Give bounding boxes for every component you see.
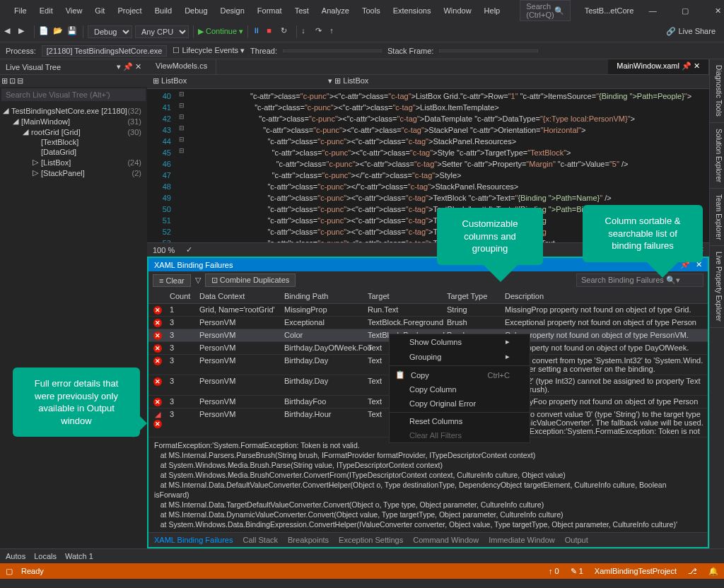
debug-tab[interactable]: Watch 1 xyxy=(65,552,93,560)
lifecycle-dropdown[interactable]: ☐ Lifecycle Events ▾ xyxy=(173,46,245,55)
restart-icon[interactable]: ↻ xyxy=(281,26,292,37)
menu-view[interactable]: View xyxy=(60,5,88,16)
step-into-icon[interactable]: ↓ xyxy=(301,26,313,37)
menu-analyze[interactable]: Analyze xyxy=(316,5,355,16)
lvt-tool-icon[interactable]: ⊞ xyxy=(1,76,8,86)
new-icon[interactable]: 📄 xyxy=(39,26,50,37)
solution-name[interactable]: TestB...etCore xyxy=(576,5,643,16)
stackframe-label: Stack Frame: xyxy=(387,47,433,55)
debug-tab[interactable]: Locals xyxy=(34,552,57,560)
stop-icon[interactable]: ■ xyxy=(267,26,278,37)
output-tab[interactable]: XAML Binding Failures xyxy=(154,536,233,544)
live-share-button[interactable]: 🔗 Live Share xyxy=(662,25,720,37)
title-bar: FileEditViewGitProjectBuildDebugDesignFo… xyxy=(0,0,724,21)
output-tabs: XAML Binding FailuresCall StackBreakpoin… xyxy=(148,532,708,547)
minimize-button[interactable]: — xyxy=(642,6,663,15)
output-tab[interactable]: Exception Settings xyxy=(339,536,403,544)
search-icon: 🔍 xyxy=(554,6,564,16)
rail-tab[interactable]: Solution Explorer xyxy=(710,123,724,189)
ctx-copy[interactable]: 📋CopyCtrl+C xyxy=(390,368,530,382)
tree-row[interactable]: ▷[ListBox](24) xyxy=(0,157,147,167)
right-tool-rail: Diagnostic ToolsSolution ExplorerTeam Ex… xyxy=(709,59,724,548)
menu-window[interactable]: Window xyxy=(438,5,477,16)
menu-build[interactable]: Build xyxy=(149,5,177,16)
close-button[interactable]: ✕ xyxy=(707,6,724,16)
menu-format[interactable]: Format xyxy=(252,5,288,16)
output-tab[interactable]: Call Stack xyxy=(243,536,278,544)
menu-tools[interactable]: Tools xyxy=(356,5,386,16)
zoom-level[interactable]: 100 % xyxy=(153,246,175,254)
rail-tab[interactable]: Team Explorer xyxy=(710,189,724,246)
visual-tree: ◢TestBindingsNetCore.exe [21180](32)◢[Ma… xyxy=(0,102,147,181)
tree-row[interactable]: ◢TestBindingsNetCore.exe [21180](32) xyxy=(0,105,147,116)
menu-edit[interactable]: Edit xyxy=(34,5,59,16)
callout-sortable: Column sortable & searchable list of bin… xyxy=(583,205,703,262)
tree-row[interactable]: [TextBlock] xyxy=(0,137,147,147)
ctx-show-columns[interactable]: Show Columns xyxy=(390,334,530,349)
rail-tab[interactable]: Live Property Explorer xyxy=(710,246,724,328)
up-arrow-icon[interactable]: ↑ 0 xyxy=(549,567,559,575)
tree-row[interactable]: ▷[StackPanel](2) xyxy=(0,167,147,178)
combine-duplicates-button[interactable]: ⊡ Combine Duplicates xyxy=(205,274,296,287)
config-dropdown[interactable]: Debug xyxy=(88,25,132,38)
panel-title: XAML Binding Failures xyxy=(154,261,233,269)
step-over-icon[interactable]: ↷ xyxy=(315,26,327,37)
stackframe-selector[interactable] xyxy=(439,49,538,52)
output-tab[interactable]: Command Window xyxy=(413,536,479,544)
context-menu: Show Columns Grouping 📋CopyCtrl+C Copy C… xyxy=(389,334,530,443)
doc-tab-active[interactable]: MainWindow.xaml 📌 ✕ xyxy=(608,59,709,74)
notifications-icon[interactable]: 🔔 xyxy=(708,567,718,576)
binding-search[interactable]: Search Binding Failures 🔍▾ xyxy=(576,274,703,287)
thread-selector[interactable] xyxy=(283,49,382,52)
platform-dropdown[interactable]: Any CPU xyxy=(135,25,189,38)
filter-icon[interactable]: ▽ xyxy=(195,276,201,285)
open-icon[interactable]: 📂 xyxy=(53,26,64,37)
code-breadcrumb[interactable]: ⊞ ListBox ▾ ⊞ ListBox xyxy=(147,75,709,89)
clear-button[interactable]: ≡ Clear xyxy=(153,274,191,287)
menu-test[interactable]: Test xyxy=(289,5,315,16)
step-out-icon[interactable]: ↑ xyxy=(329,26,341,37)
debug-location-toolbar: Process: [21180] TestBindingsNetCore.exe… xyxy=(0,42,724,59)
output-tab[interactable]: Output xyxy=(565,536,588,544)
pause-icon[interactable]: ⏸ xyxy=(252,26,264,37)
tree-row[interactable]: ◢[MainWindow](31) xyxy=(0,116,147,127)
tree-row[interactable]: [DataGrid] xyxy=(0,147,147,157)
continue-button[interactable]: ▶ Continue ▾ xyxy=(198,27,243,36)
doc-tab[interactable]: ViewModels.cs xyxy=(147,59,216,74)
ctx-reset-columns[interactable]: Reset Columns xyxy=(390,414,530,428)
save-icon[interactable]: 💾 xyxy=(67,26,78,37)
project-name[interactable]: XamlBindingTestProject xyxy=(595,567,677,575)
pin-icon[interactable]: ▾ 📌 ✕ xyxy=(117,62,141,71)
lvt-tool-icon[interactable]: ⊡ xyxy=(9,76,16,86)
menu-design[interactable]: Design xyxy=(215,5,250,16)
xaml-binding-failures-panel: XAML Binding Failures ▾📌✕ ≡ Clear ▽ ⊡ Co… xyxy=(147,257,709,548)
debug-tab[interactable]: Autos xyxy=(6,552,25,560)
ctx-copy-column[interactable]: Copy Column xyxy=(390,382,530,396)
forward-icon[interactable]: ▶ xyxy=(18,26,30,37)
binding-row[interactable]: ✕3PersonVMExceptionalTextBlock.Foregroun… xyxy=(148,317,708,329)
menu-extensions[interactable]: Extensions xyxy=(387,5,437,16)
ctx-copy-original[interactable]: Copy Original Error xyxy=(390,396,530,411)
binding-row[interactable]: ✕1Grid, Name='rootGrid'MissingPropRun.Te… xyxy=(148,304,708,317)
lvt-search[interactable] xyxy=(1,88,146,101)
menu-help[interactable]: Help xyxy=(479,5,506,16)
pencil-icon[interactable]: ✎ 1 xyxy=(571,567,583,576)
quick-search[interactable]: Search (Ctrl+Q)🔍 xyxy=(520,0,570,21)
output-tab[interactable]: Breakpoints xyxy=(288,536,329,544)
lvt-tool-icon[interactable]: ⊟ xyxy=(17,76,23,86)
process-selector[interactable]: [21180] TestBindingsNetCore.exe xyxy=(42,45,168,57)
pin-icon[interactable]: 📌 xyxy=(682,61,691,70)
menu-file[interactable]: File xyxy=(8,5,33,16)
rail-tab[interactable]: Diagnostic Tools xyxy=(710,59,724,123)
source-control-icon[interactable]: ⎇ xyxy=(688,567,697,576)
grid-header[interactable]: Count Data Context Binding Path Target T… xyxy=(148,289,708,304)
output-tab[interactable]: Immediate Window xyxy=(489,536,555,544)
menu-debug[interactable]: Debug xyxy=(179,5,213,16)
tree-row[interactable]: ◢rootGrid [Grid](30) xyxy=(0,127,147,137)
back-icon[interactable]: ◀ xyxy=(4,26,16,37)
ctx-grouping[interactable]: Grouping xyxy=(390,349,530,364)
menu-project[interactable]: Project xyxy=(112,5,147,16)
maximize-button[interactable]: ▢ xyxy=(675,6,696,16)
callout-columns: Customizable columns and grouping xyxy=(437,208,543,265)
menu-git[interactable]: Git xyxy=(89,5,110,16)
